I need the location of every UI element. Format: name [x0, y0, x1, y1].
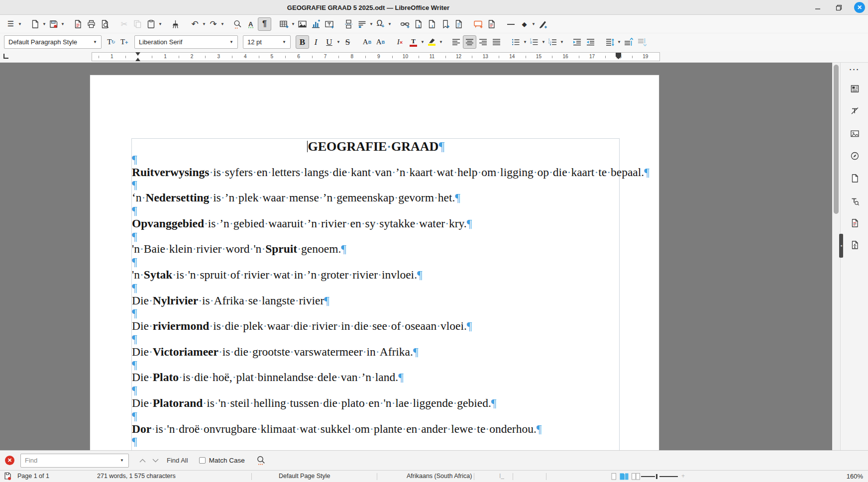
align-center-button[interactable] [463, 35, 476, 49]
new-style-button[interactable]: T＋ [118, 35, 131, 49]
new-document-dropdown[interactable]: ▼ [42, 17, 47, 31]
zoom-slider[interactable]: + [641, 471, 678, 482]
clear-formatting-button[interactable]: I× [393, 35, 407, 49]
strikethrough-button[interactable]: S [341, 35, 354, 49]
document-paragraph[interactable]: Ruitverwysings·is·syfers·en·letters·lang… [132, 166, 620, 179]
document-paragraph[interactable]: 'n·Baie·klein·rivier·word·'n·Spruit·geno… [132, 243, 620, 256]
paragraph-style-combobox[interactable]: Default Paragraph Style ▼ [4, 35, 102, 49]
save-button[interactable] [47, 17, 60, 31]
empty-paragraph[interactable]: ¶ [132, 282, 620, 294]
redo-button[interactable]: ↷ [207, 17, 220, 31]
empty-paragraph[interactable]: ¶ [132, 333, 620, 346]
empty-paragraph[interactable]: ¶ [132, 307, 620, 320]
align-left-button[interactable] [449, 35, 463, 49]
save-dropdown[interactable]: ▼ [60, 17, 65, 31]
find-all-button[interactable]: Find All [167, 457, 188, 464]
insert-special-character-dropdown[interactable]: ▼ [387, 17, 392, 31]
unordered-list-button[interactable] [509, 35, 523, 49]
highlight-color-dropdown[interactable]: ▼ [438, 35, 443, 49]
multi-page-view-button[interactable] [619, 473, 629, 481]
highlight-color-button[interactable] [425, 35, 438, 49]
outline-list-dropdown[interactable]: ▼ [559, 35, 564, 49]
properties-tab[interactable] [848, 82, 861, 95]
formatting-marks-button[interactable]: ¶ [258, 17, 271, 31]
find-previous-button[interactable] [136, 455, 149, 467]
empty-paragraph[interactable]: ¶ [132, 179, 620, 192]
empty-paragraph[interactable]: ¶ [132, 204, 620, 217]
accessibility-check-tab[interactable] [848, 238, 861, 251]
zoom-slider-handle[interactable] [656, 474, 657, 479]
bold-button[interactable]: B [296, 35, 309, 49]
freeform-line-button[interactable] [536, 17, 549, 31]
font-size-combobox[interactable]: 12 pt ▼ [243, 35, 291, 49]
insert-chart-button[interactable] [309, 17, 323, 31]
underline-dropdown[interactable]: ▼ [336, 35, 341, 49]
document-paragraph[interactable]: Die·Platorand·is·'n·steil·helling·tussen… [132, 397, 620, 410]
insert-endnote-button[interactable]: i [425, 17, 438, 31]
scrollbar-thumb[interactable] [834, 65, 839, 214]
line-spacing-button[interactable] [603, 35, 617, 49]
paste-dropdown[interactable]: ▼ [158, 17, 163, 31]
spelling-button[interactable]: A [244, 17, 258, 31]
insert-table-button[interactable] [277, 17, 291, 31]
empty-paragraph[interactable]: ¶ [132, 359, 620, 372]
font-name-combobox[interactable]: Liberation Serif ▼ [134, 35, 238, 49]
subscript-button[interactable]: AB [374, 35, 387, 49]
menu-dropdown[interactable]: ▼ [17, 17, 22, 31]
basic-shapes-button[interactable]: ◆ [518, 17, 531, 31]
single-page-view-button[interactable] [610, 473, 617, 481]
insert-field-button[interactable] [355, 17, 369, 31]
zoom-level[interactable]: 160% [847, 473, 863, 480]
export-pdf-button[interactable] [71, 17, 85, 31]
styles-tab[interactable] [848, 104, 861, 117]
empty-paragraph[interactable]: ¶ [132, 410, 620, 423]
insert-image-button[interactable] [296, 17, 309, 31]
find-next-button[interactable] [149, 455, 162, 467]
font-name-dropdown[interactable]: ▼ [225, 36, 237, 48]
clone-formatting-button[interactable] [169, 17, 182, 31]
text-language[interactable]: Afrikaans (South Africa) [407, 473, 472, 480]
font-color-dropdown[interactable]: ▼ [420, 35, 425, 49]
sidebar-settings-tab[interactable]: ··· [848, 63, 861, 76]
insert-special-character-button[interactable]: Ω+ [374, 17, 387, 31]
outline-list-button[interactable]: I.I.I [546, 35, 559, 49]
redo-dropdown[interactable]: ▼ [220, 17, 225, 31]
document-paragraph[interactable]: Die·Plato·is·die·hoë,·plat·binnelandse·d… [132, 371, 620, 384]
increase-indent-button[interactable] [570, 35, 584, 49]
underline-button[interactable]: U [323, 35, 336, 49]
print-preview-button[interactable] [98, 17, 111, 31]
document-paragraph[interactable]: Die·riviermond·is·die·plek·waar·die·rivi… [132, 320, 620, 333]
left-indent-marker[interactable] [135, 58, 140, 61]
insert-table-dropdown[interactable]: ▼ [291, 17, 296, 31]
close-button[interactable]: ✕ [854, 2, 865, 13]
ordered-list-dropdown[interactable]: ▼ [541, 35, 546, 49]
horizontal-ruler[interactable]: 112345678910111213141516171819 [0, 51, 868, 63]
document-text[interactable]: GEOGRAFIE·GRAAD¶¶Ruitverwysings·is·syfer… [132, 140, 620, 450]
empty-paragraph[interactable]: ¶ [132, 256, 620, 269]
find-and-replace-button[interactable] [231, 17, 244, 31]
insert-footnote-button[interactable]: 1 [412, 17, 425, 31]
paragraph-style-dropdown[interactable]: ▼ [89, 36, 101, 48]
document-page[interactable]: GEOGRAFIE·GRAAD¶¶Ruitverwysings·is·syfer… [90, 75, 659, 450]
style-inspector-tab[interactable] [848, 194, 861, 207]
document-paragraph[interactable]: 'n·Sytak·is·'n·spruit·of·rivier·wat·in·’… [132, 269, 620, 282]
insert-field-dropdown[interactable]: ▼ [369, 17, 374, 31]
match-case-checkbox[interactable] [199, 457, 206, 464]
first-line-indent-marker[interactable] [135, 52, 140, 56]
minimize-button[interactable] [812, 2, 823, 13]
close-find-bar-button[interactable]: ✕ [5, 456, 14, 465]
document-title-paragraph[interactable]: GEOGRAFIE·GRAAD¶ [132, 140, 620, 153]
new-document-button[interactable] [28, 17, 42, 31]
empty-paragraph[interactable]: ¶ [132, 230, 620, 243]
page-tab[interactable] [848, 172, 861, 185]
align-right-button[interactable] [476, 35, 490, 49]
document-paragraph[interactable]: Dor·is·'n·droë·onvrugbare·klimaat·wat·su… [132, 423, 620, 436]
superscript-button[interactable]: AB [360, 35, 374, 49]
book-view-button[interactable] [631, 473, 641, 481]
empty-paragraph[interactable]: ¶ [132, 153, 620, 166]
font-size-dropdown[interactable]: ▼ [278, 36, 290, 48]
font-color-button[interactable]: T [407, 35, 420, 49]
find-input[interactable] [21, 457, 115, 464]
empty-paragraph[interactable]: ¶ [132, 435, 620, 448]
tab-stop-selector-icon[interactable] [3, 54, 8, 59]
